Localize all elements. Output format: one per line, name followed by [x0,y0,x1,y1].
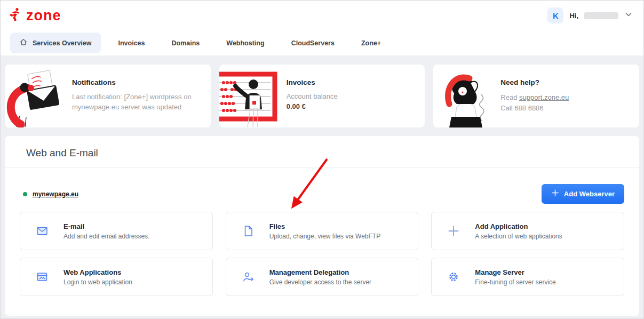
home-icon [19,38,28,48]
email-card[interactable]: E-mail Add and edit email addresses. [20,212,213,250]
tab-zone-plus[interactable]: Zone+ [352,34,390,52]
notifications-card[interactable]: Notifications Last notification: [Zone+]… [5,65,211,127]
notifications-illustration [5,65,69,127]
main-nav: Services Overview Invoices Domains Webho… [1,30,643,55]
web-applications-icon [36,271,48,283]
files-card[interactable]: Files Upload, change, view files via Web… [226,212,419,250]
files-desc: Upload, change, view files via WebFTP [269,233,381,240]
server-link[interactable]: mynewpage.eu [33,190,78,198]
topbar: zone K Hi, Services Overview Invoices Do… [1,1,643,55]
email-icon [36,225,48,237]
plus-icon [448,225,459,237]
tab-label: CloudServers [291,39,335,47]
add-application-title: Add Application [475,222,562,230]
manage-server-title: Manage Server [475,268,555,276]
services-overview-page: zone K Hi, Services Overview Invoices Do… [0,0,644,319]
web-email-panel: Web and E-mail mynewpage.eu Add Webserve… [5,136,639,316]
web-applications-title: Web Applications [63,268,132,276]
balance-label: Account balance [287,92,338,100]
tab-label: Webhosting [226,39,264,47]
read-prefix: Read [500,93,519,101]
server-row: mynewpage.eu Add Webserver [23,184,624,204]
help-text: Need help? Read support.zone.eu Call 688… [497,65,577,127]
tab-services-overview[interactable]: Services Overview [10,33,101,53]
help-title: Need help? [500,78,569,86]
user-menu[interactable]: K Hi, [547,7,633,23]
info-cards-row: Notifications Last notification: [Zone+]… [1,55,643,127]
invoices-text: Invoices Account balance 0.00 € [283,65,346,127]
add-webserver-label: Add Webserver [564,190,615,198]
notifications-desc: Last notification: [Zone+] wordpress on … [72,92,202,113]
add-application-desc: A selection of web applications [475,233,562,240]
server-status: mynewpage.eu [23,190,78,198]
web-applications-desc: Login to web application [63,278,132,286]
invoices-card[interactable]: Invoices Account balance 0.00 € [219,65,425,127]
username-redacted [584,12,618,19]
tab-cloudservers[interactable]: CloudServers [282,34,344,52]
help-read-line: Read support.zone.eu [500,92,569,103]
help-call-line: Call 688 6886 [500,103,569,114]
manage-server-card-text: Manage Server Fine-tuning of server serv… [475,268,555,286]
notifications-text: Notifications Last notification: [Zone+]… [69,65,211,127]
plus-icon [551,189,559,198]
email-desc: Add and edit email addresses. [63,233,149,240]
help-illustration [433,65,497,127]
tab-webhosting[interactable]: Webhosting [217,34,273,52]
balance-value: 0.00 € [287,102,338,110]
tab-label: Invoices [118,39,145,47]
manage-server-card[interactable]: Manage Server Fine-tuning of server serv… [431,258,624,296]
need-help-card[interactable]: Need help? Read support.zone.eu Call 688… [433,65,639,127]
files-title: Files [269,222,381,230]
running-person-icon [8,7,22,24]
tab-label: Zone+ [361,39,381,47]
tool-card-grid: E-mail Add and edit email addresses. Fil… [20,212,624,296]
add-application-card[interactable]: Add Application A selection of web appli… [431,212,624,250]
manage-server-desc: Fine-tuning of server service [475,278,555,286]
management-delegation-card[interactable]: Management Delegation Give developer acc… [226,258,419,296]
invoices-title: Invoices [287,78,338,86]
tab-label: Services Overview [33,39,92,47]
notifications-title: Notifications [72,78,202,86]
email-card-text: E-mail Add and edit email addresses. [63,222,149,240]
web-applications-card-text: Web Applications Login to web applicatio… [63,268,132,286]
tab-label: Domains [172,39,200,47]
status-dot [23,192,27,196]
web-applications-card[interactable]: Web Applications Login to web applicatio… [20,258,213,296]
email-title: E-mail [63,222,149,230]
tab-domains[interactable]: Domains [163,34,209,52]
files-card-text: Files Upload, change, view files via Web… [269,222,381,240]
section-title: Web and E-mail [5,136,639,168]
zone-logo[interactable]: zone [8,7,61,24]
file-icon [242,225,254,237]
delegation-icon [242,271,254,283]
avatar[interactable]: K [547,7,563,23]
tab-invoices[interactable]: Invoices [109,34,154,52]
greeting-label: Hi, [569,12,578,20]
logo-text: zone [26,9,61,23]
add-application-card-text: Add Application A selection of web appli… [475,222,562,240]
chevron-down-icon[interactable] [624,10,633,21]
invoices-illustration [219,65,283,127]
gear-icon [448,271,459,283]
add-webserver-button[interactable]: Add Webserver [542,184,624,204]
management-delegation-desc: Give developer access to the server [269,278,371,286]
management-delegation-title: Management Delegation [269,268,371,276]
management-delegation-card-text: Management Delegation Give developer acc… [269,268,371,286]
header: zone K Hi, [1,1,643,30]
support-link[interactable]: support.zone.eu [519,93,569,101]
